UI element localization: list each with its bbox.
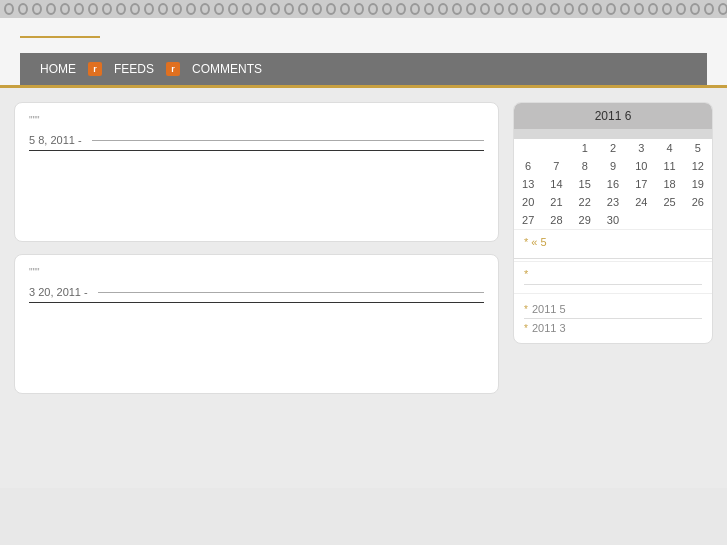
cal-cell[interactable]: 6 bbox=[514, 157, 542, 175]
nav-comments[interactable]: COMMENTS bbox=[184, 56, 270, 82]
spiral-coil bbox=[326, 3, 336, 15]
rss-feeds-icon: r bbox=[88, 62, 102, 76]
spiral-coil bbox=[438, 3, 448, 15]
post-2-date: 3 20, 2011 - bbox=[29, 286, 484, 303]
post-2-dots: """ bbox=[29, 267, 484, 278]
sidebar-divider-3 bbox=[524, 318, 702, 319]
cal-cell[interactable]: 20 bbox=[514, 193, 542, 211]
cal-cell[interactable]: 19 bbox=[684, 175, 712, 193]
post-1-date-text: 5 8, 2011 - bbox=[29, 134, 82, 146]
cal-cell[interactable]: 8 bbox=[571, 157, 599, 175]
spiral-coil bbox=[284, 3, 294, 15]
spiral-coil bbox=[312, 3, 322, 15]
spiral-coil bbox=[690, 3, 700, 15]
sidebar-divider-1 bbox=[514, 258, 712, 259]
post-2-separator bbox=[98, 292, 484, 293]
spiral-coil bbox=[4, 3, 14, 15]
spiral-coil bbox=[466, 3, 476, 15]
cal-cell[interactable]: 7 bbox=[542, 157, 570, 175]
cal-cell[interactable]: 17 bbox=[627, 175, 655, 193]
spiral-coil bbox=[74, 3, 84, 15]
cal-cell[interactable]: 14 bbox=[542, 175, 570, 193]
spiral-coil bbox=[480, 3, 490, 15]
spiral-coil bbox=[144, 3, 154, 15]
spiral-coil bbox=[508, 3, 518, 15]
archive-label-2: 2011 3 bbox=[532, 322, 566, 334]
calendar-note: * « 5 bbox=[524, 236, 702, 248]
spiral-coil bbox=[424, 3, 434, 15]
archive-dot-2: * bbox=[524, 323, 528, 334]
calendar-row-3: 20212223242526 bbox=[514, 193, 712, 211]
cal-cell bbox=[514, 139, 542, 157]
calendar-row-2: 13141516171819 bbox=[514, 175, 712, 193]
spiral-coil bbox=[158, 3, 168, 15]
calendar-row-1: 6789101112 bbox=[514, 157, 712, 175]
spiral-coil bbox=[564, 3, 574, 15]
cal-cell[interactable]: 28 bbox=[542, 211, 570, 229]
cal-cell[interactable]: 4 bbox=[655, 139, 683, 157]
spiral-coil bbox=[718, 3, 727, 15]
spiral-coil bbox=[662, 3, 672, 15]
spiral-coil bbox=[578, 3, 588, 15]
cal-cell[interactable]: 18 bbox=[655, 175, 683, 193]
cal-cell[interactable]: 1 bbox=[571, 139, 599, 157]
spiral-coil bbox=[676, 3, 686, 15]
cal-cell[interactable]: 26 bbox=[684, 193, 712, 211]
cal-cell[interactable]: 13 bbox=[514, 175, 542, 193]
spiral-coil bbox=[228, 3, 238, 15]
cal-cell[interactable]: 3 bbox=[627, 139, 655, 157]
cal-cell bbox=[655, 211, 683, 229]
nav-feeds-label: FEEDS bbox=[114, 62, 154, 76]
spiral-coil bbox=[298, 3, 308, 15]
cal-cell[interactable]: 9 bbox=[599, 157, 627, 175]
spiral-coil bbox=[172, 3, 182, 15]
spiral-coil bbox=[452, 3, 462, 15]
cal-cell[interactable]: 23 bbox=[599, 193, 627, 211]
calendar-header: 2011 6 bbox=[514, 103, 712, 129]
cal-cell[interactable]: 24 bbox=[627, 193, 655, 211]
spiral-coil bbox=[102, 3, 112, 15]
nav-feeds[interactable]: FEEDS bbox=[106, 56, 162, 82]
archive-link-2[interactable]: * 2011 3 bbox=[524, 322, 702, 334]
cal-cell[interactable]: 5 bbox=[684, 139, 712, 157]
spiral-coil bbox=[186, 3, 196, 15]
nav-home[interactable]: HOME bbox=[32, 56, 84, 82]
cal-cell bbox=[542, 139, 570, 157]
sidebar-section-title: * bbox=[524, 268, 702, 280]
rss-comments-icon: r bbox=[166, 62, 180, 76]
spiral-coil bbox=[592, 3, 602, 15]
spiral-coil bbox=[354, 3, 364, 15]
cal-cell[interactable]: 27 bbox=[514, 211, 542, 229]
nav-home-label: HOME bbox=[40, 62, 76, 76]
cal-cell[interactable]: 10 bbox=[627, 157, 655, 175]
spiral-binding: for(let i=0;i<55;i++){ document.currentS… bbox=[0, 0, 727, 18]
site-title bbox=[20, 34, 100, 38]
spiral-coil bbox=[410, 3, 420, 15]
header: HOME r FEEDS r COMMENTS bbox=[0, 18, 727, 88]
archive-link-1[interactable]: * 2011 5 bbox=[524, 303, 702, 315]
cal-cell[interactable]: 11 bbox=[655, 157, 683, 175]
cal-cell[interactable]: 30 bbox=[599, 211, 627, 229]
calendar-row-4: 27282930 bbox=[514, 211, 712, 229]
calendar-footer: * « 5 bbox=[514, 229, 712, 256]
cal-cell[interactable]: 21 bbox=[542, 193, 570, 211]
post-card-2: """ 3 20, 2011 - bbox=[14, 254, 499, 394]
post-card-1: """ 5 8, 2011 - bbox=[14, 102, 499, 242]
post-1-separator bbox=[92, 140, 484, 141]
spiral-coil bbox=[634, 3, 644, 15]
spiral-coil bbox=[340, 3, 350, 15]
cal-cell[interactable]: 2 bbox=[599, 139, 627, 157]
spiral-coil bbox=[242, 3, 252, 15]
spiral-coil bbox=[522, 3, 532, 15]
spiral-coil bbox=[60, 3, 70, 15]
cal-cell[interactable]: 12 bbox=[684, 157, 712, 175]
cal-cell[interactable]: 22 bbox=[571, 193, 599, 211]
cal-cell[interactable]: 25 bbox=[655, 193, 683, 211]
cal-cell[interactable]: 15 bbox=[571, 175, 599, 193]
spiral-coil bbox=[46, 3, 56, 15]
cal-cell[interactable]: 16 bbox=[599, 175, 627, 193]
cal-cell[interactable]: 29 bbox=[571, 211, 599, 229]
sidebar-divider-2 bbox=[524, 284, 702, 285]
cal-cell bbox=[627, 211, 655, 229]
spiral-coil bbox=[200, 3, 210, 15]
